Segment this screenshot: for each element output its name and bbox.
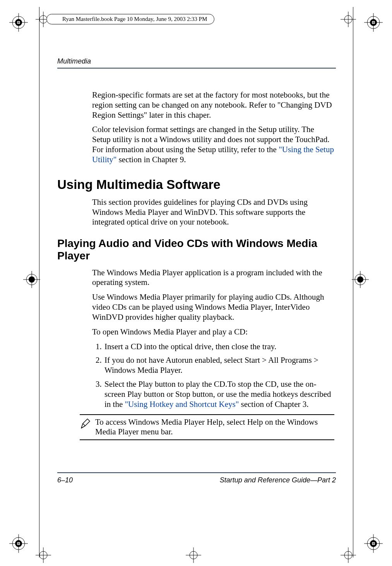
paragraph: To open Windows Media Player and play a …: [92, 327, 334, 337]
step-item: Select the Play button to play the CD.To…: [104, 379, 334, 409]
step-item: Insert a CD into the optical drive, then…: [104, 342, 334, 352]
page-content: Multimedia Region-specific formats are s…: [57, 57, 336, 440]
footer-title: Startup and Reference Guide—Part 2: [220, 476, 336, 484]
paragraph: Use Windows Media Player primarily for p…: [92, 292, 334, 322]
side-target-icon: [23, 271, 40, 288]
corner-target-icon: [364, 13, 383, 32]
corner-target-icon: [9, 534, 28, 553]
corner-target-icon: [9, 13, 28, 32]
paragraph: Color television format settings are cha…: [92, 125, 334, 165]
paragraph: Region-specific formats are set at the f…: [92, 90, 334, 120]
text-run: section of Chapter 3.: [239, 400, 308, 409]
print-job-header: Ryan Masterfile.book Page 10 Monday, Jun…: [46, 14, 214, 24]
ordered-steps: Insert a CD into the optical drive, then…: [92, 342, 334, 410]
note-block: To access Windows Media Player Help, sel…: [80, 414, 334, 441]
page-footer: 6–10 Startup and Reference Guide—Part 2: [57, 472, 336, 484]
heading-2: Playing Audio and Video CDs with Windows…: [57, 237, 336, 262]
paragraph: This section provides guidelines for pla…: [92, 197, 334, 227]
text-run: section in Chapter 9.: [116, 155, 186, 164]
note-text: To access Windows Media Player Help, sel…: [95, 417, 334, 437]
corner-target-icon: [364, 534, 383, 553]
running-head: Multimedia: [57, 57, 336, 69]
side-target-icon: [352, 271, 369, 288]
cross-reference-link[interactable]: "Using Hotkey and Shortcut Keys": [125, 400, 239, 409]
page-number: 6–10: [57, 476, 73, 484]
pencil-note-icon: [80, 418, 91, 431]
heading-1: Using Multimedia Software: [57, 177, 336, 192]
paragraph: The Windows Media Player application is …: [92, 268, 334, 288]
step-item: If you do not have Autorun enabled, sele…: [104, 355, 334, 376]
